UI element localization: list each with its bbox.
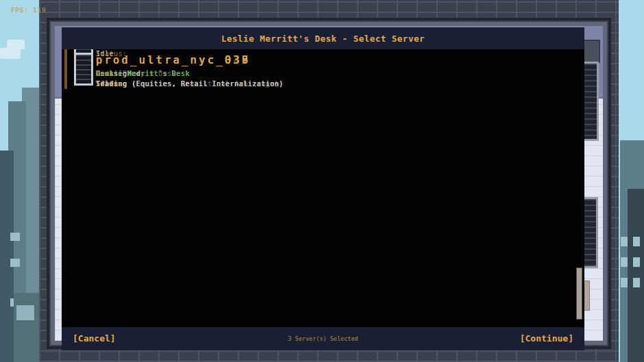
cloud — [0, 48, 21, 59]
desk-value: Aidan Brady's Desk — [96, 70, 176, 77]
building-silhouette — [14, 293, 39, 362]
fps-counter: FPS: 119 — [11, 7, 46, 14]
selected-count: 3 Server(s) Selected — [288, 335, 358, 342]
scrollbar-thumb[interactable] — [576, 268, 582, 320]
server-list: Status:Idle Order Capacity: 100,000/s pr… — [62, 49, 584, 327]
server-icon — [74, 53, 93, 86]
select-server-dialog: Leslie Merritt's Desk - Select Server St… — [62, 27, 584, 350]
building-window — [633, 237, 640, 246]
building-window — [16, 305, 34, 320]
game-screen: FPS: 119 Leslie Merritt's Desk - Select … — [0, 0, 644, 362]
building-window — [633, 257, 640, 267]
building-window — [10, 259, 20, 267]
building-silhouette — [0, 151, 14, 362]
building-window — [10, 233, 20, 241]
cloud — [7, 40, 25, 49]
status-value: Trading (Equities, Statistical Arbitrage… — [96, 80, 279, 88]
dialog-footer: [Cancel] 3 Server(s) Selected [Continue] — [62, 327, 584, 350]
server-row[interactable]: prod_ultra_nyc_040 Desk:Aidan Brady's De… — [64, 49, 67, 89]
cancel-button[interactable]: [Cancel] — [73, 333, 116, 344]
building-silhouette — [628, 189, 644, 362]
building-window — [621, 257, 628, 267]
continue-button[interactable]: [Continue] — [520, 333, 573, 344]
building-window — [633, 278, 640, 287]
building-window — [621, 237, 628, 246]
building-window — [621, 278, 628, 287]
dialog-title: Leslie Merritt's Desk - Select Server — [62, 27, 584, 49]
server-name: prod_ultra_nyc_040 — [96, 54, 251, 66]
dialog-header: Leslie Merritt's Desk - Select Server — [62, 27, 584, 49]
